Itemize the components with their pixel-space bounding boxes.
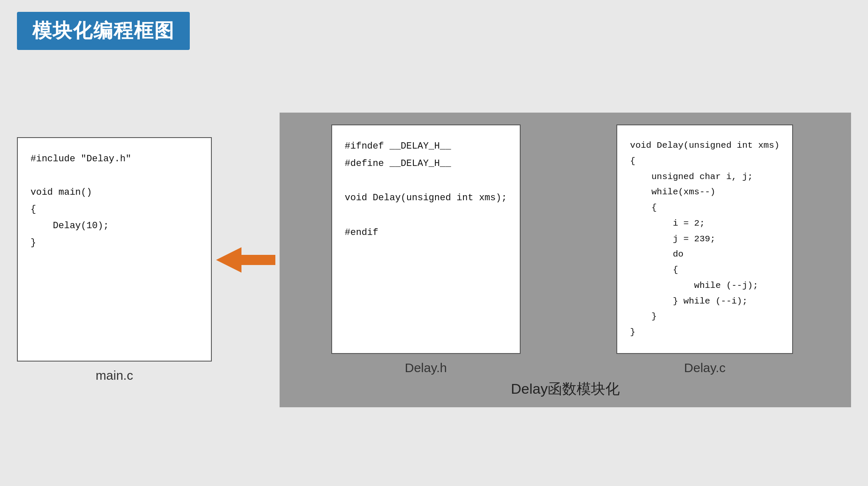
main-content: #include "Delay.h" void main() { Delay(1… [17,51,851,469]
title-bar: 模块化编程框图 [17,12,190,50]
main-c-label: main.c [96,368,133,383]
delay-c-code: void Delay(unsigned int xms) { unsigned … [630,138,779,340]
arrow-container [212,243,280,277]
delay-h-container: #ifndef __DELAY_H__ #define __DELAY_H__ … [291,124,560,375]
page-title: 模块化编程框图 [32,19,175,41]
main-c-container: #include "Delay.h" void main() { Delay(1… [17,137,212,383]
delay-c-code-box: void Delay(unsigned int xms) { unsigned … [616,124,793,354]
right-gray-container: #ifndef __DELAY_H__ #define __DELAY_H__ … [280,113,851,407]
right-boxes-row: #ifndef __DELAY_H__ #define __DELAY_H__ … [291,124,839,375]
main-c-code: #include "Delay.h" void main() { Delay(1… [31,151,198,251]
delay-c-container: void Delay(unsigned int xms) { unsigned … [571,124,840,375]
delay-h-code-box: #ifndef __DELAY_H__ #define __DELAY_H__ … [331,124,521,354]
arrow-left [216,243,275,277]
delay-c-label: Delay.c [684,361,726,375]
main-c-code-box: #include "Delay.h" void main() { Delay(1… [17,137,212,362]
delay-h-code: #ifndef __DELAY_H__ #define __DELAY_H__ … [345,138,507,241]
delay-h-label: Delay.h [405,361,447,375]
svg-marker-0 [216,247,275,273]
module-label: Delay函数模块化 [511,379,620,399]
